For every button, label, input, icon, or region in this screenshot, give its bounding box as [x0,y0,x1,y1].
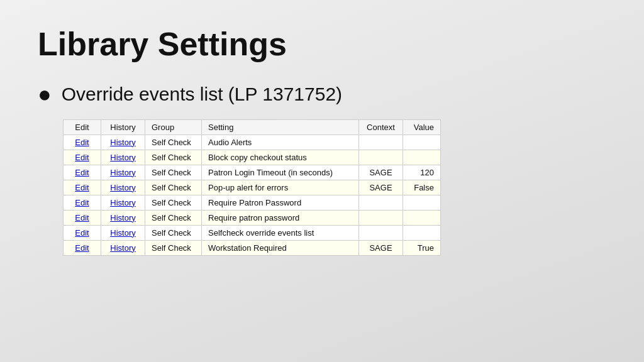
settings-table: Edit History Group Setting Context Value… [63,119,441,256]
page-title: Library Settings [38,25,606,63]
group-cell: Self Check [145,225,202,240]
edit-link[interactable]: Edit [75,228,89,238]
bullet-item: ● Override events list (LP 1371752) [38,82,606,107]
value-cell: True [403,240,441,255]
history-link[interactable]: History [110,183,135,192]
value-cell [403,195,441,210]
context-cell [359,225,403,240]
table-row: EditHistorySelf CheckAudio Alerts [64,134,441,150]
setting-cell: Workstation Required [202,240,359,255]
bullet-text: Override events list (LP 1371752) [62,82,342,106]
table-row: EditHistorySelf CheckBlock copy checkout… [64,150,441,165]
edit-link[interactable]: Edit [75,168,89,177]
edit-link[interactable]: Edit [75,183,89,192]
group-cell: Self Check [145,165,202,180]
bullet-dot: ● [38,82,52,107]
setting-cell: Require Patron Password [202,195,359,210]
group-cell: Self Check [145,150,202,165]
history-link[interactable]: History [110,198,135,207]
value-cell [403,210,441,225]
context-cell [359,195,403,210]
value-cell [403,225,441,240]
table-row: EditHistorySelf CheckPop-up alert for er… [64,180,441,195]
table-row: EditHistorySelf CheckPatron Login Timeou… [64,165,441,180]
history-link[interactable]: History [110,213,135,222]
table-container: Edit History Group Setting Context Value… [63,119,606,256]
history-link[interactable]: History [110,138,135,147]
value-cell: False [403,180,441,195]
setting-cell: Patron Login Timeout (in seconds) [202,165,359,180]
context-cell [359,150,403,165]
edit-link[interactable]: Edit [75,153,89,162]
setting-cell: Require patron password [202,210,359,225]
context-cell: SAGE [359,180,403,195]
col-header-value: Value [403,119,441,134]
history-link[interactable]: History [110,243,135,253]
history-link[interactable]: History [110,153,135,162]
group-cell: Self Check [145,180,202,195]
history-link[interactable]: History [110,228,135,238]
history-link[interactable]: History [110,168,135,177]
col-header-setting: Setting [202,119,359,134]
setting-cell: Selfcheck override events list [202,225,359,240]
table-row: EditHistorySelf CheckWorkstation Require… [64,240,441,255]
context-cell [359,134,403,150]
edit-link[interactable]: Edit [75,243,89,253]
edit-link[interactable]: Edit [75,213,89,222]
col-header-history: History [101,119,145,134]
table-header-row: Edit History Group Setting Context Value [64,119,441,134]
value-cell [403,150,441,165]
col-header-edit: Edit [64,119,101,134]
setting-cell: Audio Alerts [202,134,359,150]
setting-cell: Pop-up alert for errors [202,180,359,195]
col-header-group: Group [145,119,202,134]
group-cell: Self Check [145,240,202,255]
col-header-context: Context [359,119,403,134]
context-cell: SAGE [359,165,403,180]
value-cell [403,134,441,150]
table-row: EditHistorySelf CheckRequire patron pass… [64,210,441,225]
group-cell: Self Check [145,210,202,225]
table-row: EditHistorySelf CheckSelfcheck override … [64,225,441,240]
edit-link[interactable]: Edit [75,138,89,147]
group-cell: Self Check [145,134,202,150]
edit-link[interactable]: Edit [75,198,89,207]
context-cell [359,210,403,225]
value-cell: 120 [403,165,441,180]
setting-cell: Block copy checkout status [202,150,359,165]
slide: Library Settings ● Override events list … [0,0,644,362]
table-row: EditHistorySelf CheckRequire Patron Pass… [64,195,441,210]
context-cell: SAGE [359,240,403,255]
group-cell: Self Check [145,195,202,210]
